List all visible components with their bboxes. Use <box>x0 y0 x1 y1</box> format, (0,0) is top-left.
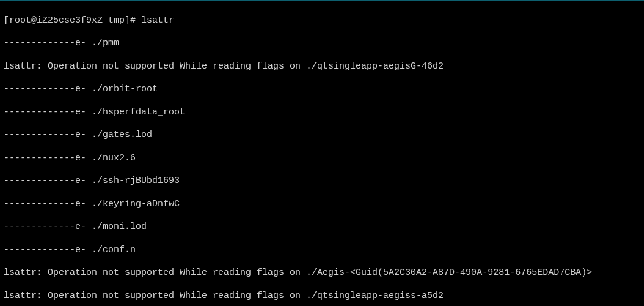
file-attrs: -------------e- <box>4 199 86 209</box>
file-name: ./pmm <box>92 38 119 48</box>
user-host: root@iZ25cse3f9xZ <box>9 15 103 26</box>
output-line: -------------e- ./keyring-aDnfwC <box>4 199 640 211</box>
output-line: -------------e- ./nux2.6 <box>4 153 640 165</box>
file-attrs: -------------e- <box>4 130 86 140</box>
file-attrs: -------------e- <box>4 107 86 118</box>
file-name: ./conf.n <box>92 245 136 255</box>
terminal-window[interactable]: [root@iZ25cse3f9xZ tmp]# lsattr --------… <box>0 1 644 306</box>
file-name: ./hsperfdata_root <box>92 107 185 118</box>
file-name: ./keyring-aDnfwC <box>92 199 180 209</box>
command-input[interactable]: lsattr <box>141 15 174 26</box>
output-line: -------------e- ./pmm <box>4 38 640 50</box>
file-name: ./ssh-rjBUbd1693 <box>92 176 180 186</box>
file-name: ./orbit-root <box>92 84 158 94</box>
error-line: lsattr: Operation not supported While re… <box>4 61 640 73</box>
file-attrs: -------------e- <box>4 176 86 186</box>
file-name: ./moni.lod <box>92 222 147 232</box>
file-attrs: -------------e- <box>4 222 86 232</box>
file-attrs: -------------e- <box>4 153 86 163</box>
output-line: -------------e- ./hsperfdata_root <box>4 107 640 119</box>
file-attrs: -------------e- <box>4 84 86 94</box>
output-line: -------------e- ./moni.lod <box>4 222 640 233</box>
error-line: lsattr: Operation not supported While re… <box>4 267 640 279</box>
file-name: ./nux2.6 <box>92 153 136 163</box>
prompt-line: [root@iZ25cse3f9xZ tmp]# lsattr <box>4 15 640 27</box>
file-name: ./gates.lod <box>92 130 152 140</box>
cwd: tmp <box>108 15 125 26</box>
output-line: -------------e- ./gates.lod <box>4 130 640 141</box>
output-line: -------------e- ./conf.n <box>4 245 640 256</box>
output-line: -------------e- ./orbit-root <box>4 84 640 95</box>
file-attrs: -------------e- <box>4 38 86 48</box>
error-line: lsattr: Operation not supported While re… <box>4 291 640 302</box>
file-attrs: -------------e- <box>4 245 86 255</box>
output-line: -------------e- ./ssh-rjBUbd1693 <box>4 176 640 187</box>
